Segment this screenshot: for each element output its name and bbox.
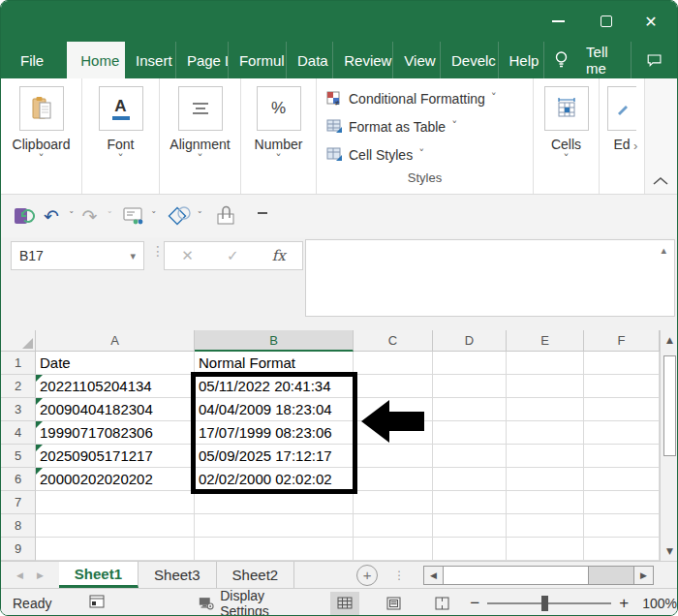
cell-b7[interactable] [195,491,354,514]
zoom-in-button[interactable]: + [619,594,629,613]
cancel-button[interactable]: ✕ [181,247,194,264]
row-header-1[interactable]: 1 [1,352,36,375]
cell-c2[interactable] [354,375,433,398]
scroll-up-icon[interactable]: ▲ [661,330,678,345]
cell-e3[interactable] [507,398,584,421]
zoom-level[interactable]: 100% [642,596,677,611]
sheet-tab-sheet3[interactable]: Sheet3 [139,562,217,588]
zoom-out-button[interactable]: − [470,594,479,613]
cell-a9[interactable] [36,538,195,561]
name-box[interactable]: B17 ▾ [11,241,144,270]
zoom-slider-handle[interactable] [541,596,548,611]
cell-c1[interactable] [354,352,433,375]
tab-review[interactable]: Review [332,42,392,78]
scroll-right-icon[interactable]: ▶ [633,567,653,584]
column-header-f[interactable]: F [584,330,660,352]
cell-e6[interactable] [507,468,584,491]
formula-input[interactable]: ▴ [305,239,675,317]
conditional-formatting-button[interactable]: ≠ Conditional Formatting ˇ [317,84,533,112]
cell-c4[interactable] [354,421,433,445]
sheet-nav-left-icon[interactable]: ◀ [16,570,23,580]
column-header-e[interactable]: E [507,330,584,352]
tab-developer[interactable]: Develc [440,42,497,78]
minimize-button[interactable] [536,1,580,42]
cell-a5[interactable]: 20250905171217 [36,445,195,468]
cell-a6[interactable]: 20000202020202 [36,468,195,491]
cell-c8[interactable] [354,514,433,538]
customize-qat-button[interactable]: ˇ [251,202,274,230]
cell-d3[interactable] [433,398,507,421]
scroll-down-icon[interactable]: ▼ [661,546,678,556]
cell-e5[interactable] [507,445,584,468]
cell-b8[interactable] [195,514,354,538]
name-box-dropdown-icon[interactable]: ▾ [130,250,136,262]
new-sheet-button[interactable]: + [356,565,378,586]
cell-c5[interactable] [354,445,433,468]
cell-f7[interactable] [584,491,660,514]
cell-a4[interactable]: 19990717082306 [36,421,195,445]
tab-insert[interactable]: Insert [125,42,175,78]
group-number[interactable]: % Number ˇ [241,78,317,194]
group-scroll-right-icon[interactable]: › [633,139,637,153]
cell-b2[interactable]: 05/11/2022 20:41:34 [195,375,354,398]
cell-c6[interactable] [354,468,433,491]
tab-data[interactable]: Data [286,42,332,78]
cell-b1[interactable]: Normal Format [195,352,354,375]
redo-dropdown-icon[interactable]: ˇ [108,210,113,223]
cell-a7[interactable] [36,491,195,514]
cell-c3[interactable] [354,398,433,421]
cell-a3[interactable]: 20090404182304 [36,398,195,421]
scroll-left-icon[interactable]: ◀ [424,567,444,584]
cell-d1[interactable] [433,352,507,375]
tell-me-search[interactable]: Tell me [578,42,631,78]
cell-e4[interactable] [507,421,584,445]
cell-b4[interactable]: 17/07/1999 08:23:06 [195,421,354,445]
collapse-ribbon-icon[interactable] [652,176,669,186]
cell-a1[interactable]: Date [36,352,195,375]
zoom-slider[interactable] [487,602,611,604]
tab-view[interactable]: View [392,42,440,78]
enter-button[interactable]: ✓ [227,247,239,264]
cell-d9[interactable] [433,538,507,561]
group-clipboard[interactable]: Clipboard ˇ [1,78,82,194]
cell-e7[interactable] [507,491,584,514]
tabbar-splitter-icon[interactable]: ⋮ [393,571,405,579]
redo-button[interactable]: ↷ [78,202,102,230]
close-button[interactable]: ✕ [629,1,673,42]
normal-view-button[interactable] [330,592,359,615]
maximize-button[interactable] [584,1,629,42]
cell-f1[interactable] [584,352,660,375]
cell-c9[interactable] [354,538,433,561]
tab-help[interactable]: Help [498,42,544,78]
cell-b9[interactable] [195,538,354,561]
cell-f9[interactable] [584,538,660,561]
contact-dropdown-icon[interactable]: ˇ [151,210,157,223]
shapes-button[interactable] [167,202,192,230]
cell-d7[interactable] [433,491,507,514]
group-alignment[interactable]: Alignment ˇ [160,78,241,194]
undo-button[interactable]: ↶ [40,202,63,230]
cell-e2[interactable] [507,375,584,398]
contact-card-button[interactable] [122,202,145,230]
horizontal-scroll-thumb[interactable] [444,567,589,584]
cell-d5[interactable] [433,445,507,468]
cell-f5[interactable] [584,445,660,468]
sheet-tab-sheet1[interactable]: Sheet1 [59,562,139,588]
sync-button[interactable] [13,202,36,230]
sheet-tab-sheet2[interactable]: Sheet2 [217,562,295,588]
row-header-6[interactable]: 6 [1,468,36,491]
page-layout-view-button[interactable] [379,592,408,615]
collapse-formula-bar-icon[interactable]: ▴ [661,244,666,257]
cell-d6[interactable] [433,468,507,491]
group-editing-partial[interactable]: Ed [600,78,644,194]
tab-file[interactable]: File [1,42,49,78]
column-header-a[interactable]: A [36,330,195,352]
namebox-splitter-icon[interactable]: ⋮ [151,247,165,256]
cell-b3[interactable]: 04/04/2009 18:23:04 [195,398,354,421]
select-all-button[interactable] [1,330,36,352]
cell-e9[interactable] [507,538,584,561]
row-header-5[interactable]: 5 [1,445,36,468]
cell-f2[interactable] [584,375,660,398]
horizontal-scrollbar[interactable]: ◀ ▶ [423,566,654,585]
column-header-d[interactable]: D [433,330,507,352]
